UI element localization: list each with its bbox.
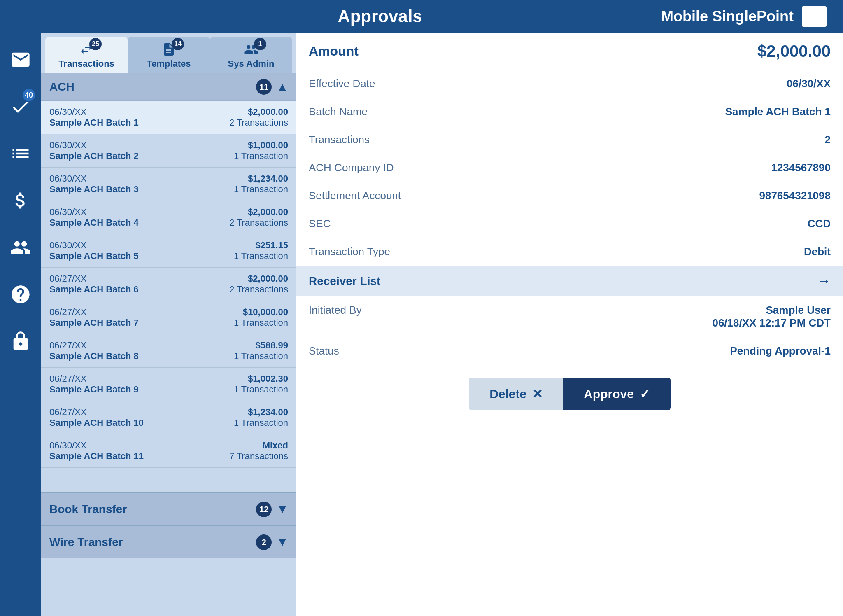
list-item[interactable]: 06/30/XX Sample ACH Batch 11 Mixed 7 Tra… — [41, 434, 296, 468]
list-item-amount: $1,234.00 — [234, 173, 288, 184]
ach-collapse-btn[interactable]: ▲ — [277, 80, 288, 93]
list-item-amount: $2,000.00 — [229, 207, 288, 217]
list-item[interactable]: 06/27/XX Sample ACH Batch 9 $1,002.30 1 … — [41, 368, 296, 401]
tab-transactions[interactable]: 25 Transactions — [45, 37, 128, 73]
wire-transfer-collapse-btn[interactable]: ▼ — [277, 536, 288, 549]
ach-company-id-value: 1234567890 — [771, 161, 831, 174]
list-item-amount: $1,002.30 — [234, 373, 288, 384]
approve-button[interactable]: Approve ✓ — [563, 378, 671, 410]
list-item-name: Sample ACH Batch 1 — [49, 117, 139, 128]
payments-icon — [10, 190, 31, 211]
list-item-left: 06/30/XX Sample ACH Batch 2 — [49, 140, 139, 161]
detail-amount-row: Amount $2,000.00 — [296, 33, 843, 70]
list-item-right: $2,000.00 2 Transactions — [229, 207, 288, 228]
tab-sysadmin-icon-wrap: 1 — [242, 42, 260, 57]
ach-section-header: ACH 11 ▲ — [41, 73, 296, 101]
approve-icon: ✓ — [640, 387, 650, 401]
book-transfer-section-header[interactable]: Book Transfer 12 ▼ — [41, 492, 296, 525]
list-item-right: $1,000.00 1 Transaction — [234, 140, 288, 161]
list-item[interactable]: 06/27/XX Sample ACH Batch 10 $1,234.00 1… — [41, 401, 296, 434]
list-item-name: Sample ACH Batch 6 — [49, 284, 139, 295]
detail-transactions-row: Transactions 2 — [296, 126, 843, 154]
list-item-amount: $2,000.00 — [229, 273, 288, 284]
wire-transfer-badge: 2 — [256, 534, 272, 550]
list-item-amount: $1,000.00 — [234, 140, 288, 151]
list-item-name: Sample ACH Batch 7 — [49, 317, 139, 328]
detail-sec-row: SEC CCD — [296, 210, 843, 238]
sidebar-item-payments[interactable] — [2, 178, 39, 223]
templates-tab-label: Templates — [147, 58, 191, 69]
list-content: ACH 11 ▲ 06/30/XX Sample ACH Batch 1 $2,… — [41, 73, 296, 616]
list-item[interactable]: 06/30/XX Sample ACH Batch 4 $2,000.00 2 … — [41, 201, 296, 234]
transactions-tab-badge: 25 — [89, 38, 102, 50]
tab-sysadmin[interactable]: 1 Sys Admin — [210, 37, 292, 73]
list-item-date: 06/27/XX — [49, 373, 139, 384]
detail-effective-date-row: Effective Date 06/30/XX — [296, 70, 843, 98]
list-item-transactions: 1 Transaction — [234, 251, 288, 261]
sidebar-item-approvals[interactable]: 40 — [2, 84, 39, 129]
list-item[interactable]: 06/27/XX Sample ACH Batch 6 $2,000.00 2 … — [41, 268, 296, 301]
list-item[interactable]: 06/30/XX Sample ACH Batch 1 $2,000.00 2 … — [41, 101, 296, 134]
sidebar-item-help[interactable] — [2, 272, 39, 317]
list-item-transactions: 2 Transactions — [229, 117, 288, 128]
sidebar-item-lock[interactable] — [2, 319, 39, 364]
list-item-date: 06/30/XX — [49, 140, 139, 151]
list-item-transactions: 2 Transactions — [229, 217, 288, 228]
initiated-by-date: 06/18/XX 12:17 PM CDT — [712, 317, 831, 329]
approve-label: Approve — [584, 387, 634, 401]
list-item-right: $10,000.00 1 Transaction — [234, 307, 288, 328]
action-buttons: Delete ✕ Approve ✓ — [296, 365, 843, 422]
tab-templates-icon-wrap: 14 — [160, 42, 177, 57]
batch-name-value: Sample ACH Batch 1 — [725, 105, 831, 118]
detail-transaction-type-row: Transaction Type Debit — [296, 238, 843, 266]
list-spacer — [41, 468, 296, 492]
initiated-by-user: Sample User — [712, 304, 831, 317]
list-item-left: 06/30/XX Sample ACH Batch 1 — [49, 107, 139, 128]
list-item-date: 06/30/XX — [49, 240, 139, 251]
detail-initiated-by-row: Initiated By Sample User 06/18/XX 12:17 … — [296, 296, 843, 337]
delete-button[interactable]: Delete ✕ — [469, 378, 563, 410]
amount-value: $2,000.00 — [757, 42, 831, 61]
list-item-transactions: 2 Transactions — [229, 284, 288, 295]
wire-transfer-header-right: 2 ▼ — [256, 534, 288, 550]
list-item-transactions: 1 Transaction — [234, 418, 288, 428]
list-item[interactable]: 06/30/XX Sample ACH Batch 5 $251.15 1 Tr… — [41, 234, 296, 268]
sec-label: SEC — [309, 217, 331, 230]
ach-section-title: ACH — [49, 80, 75, 93]
content-area: 25 Transactions 14 Templates — [41, 33, 843, 616]
list-item[interactable]: 06/30/XX Sample ACH Batch 3 $1,234.00 1 … — [41, 168, 296, 201]
ach-company-id-label: ACH Company ID — [309, 161, 394, 174]
book-transfer-title: Book Transfer — [49, 503, 127, 516]
page-title: Approvals — [99, 7, 661, 26]
list-item-date: 06/27/XX — [49, 307, 139, 317]
ach-section-badge: 11 — [256, 79, 272, 95]
list-item-name: Sample ACH Batch 9 — [49, 384, 139, 395]
sec-value: CCD — [808, 217, 831, 230]
main-layout: 40 — [0, 33, 843, 616]
receiver-list-label: Receiver List — [309, 275, 380, 288]
book-transfer-badge: 12 — [256, 502, 272, 517]
approvals-badge: 40 — [22, 88, 36, 102]
tab-templates[interactable]: 14 Templates — [128, 37, 210, 73]
receiver-list-row[interactable]: Receiver List → — [296, 266, 843, 296]
lock-icon — [10, 331, 31, 352]
wire-transfer-section-header[interactable]: Wire Transfer 2 ▼ — [41, 525, 296, 558]
list-panel: 25 Transactions 14 Templates — [41, 33, 296, 616]
detail-status-row: Status Pending Approval-1 — [296, 337, 843, 365]
sidebar-item-transactions[interactable] — [2, 131, 39, 176]
list-item[interactable]: 06/27/XX Sample ACH Batch 8 $588.99 1 Tr… — [41, 334, 296, 368]
batch-name-label: Batch Name — [309, 105, 368, 118]
book-transfer-header-right: 12 ▼ — [256, 502, 288, 517]
effective-date-label: Effective Date — [309, 77, 375, 90]
book-transfer-collapse-btn[interactable]: ▼ — [277, 503, 288, 516]
sidebar-item-users[interactable] — [2, 225, 39, 270]
list-item-amount: $1,234.00 — [234, 407, 288, 418]
list-item[interactable]: 06/27/XX Sample ACH Batch 7 $10,000.00 1… — [41, 301, 296, 334]
list-item-right: $1,002.30 1 Transaction — [234, 373, 288, 395]
mail-icon — [10, 49, 31, 70]
amount-label: Amount — [309, 44, 359, 59]
status-value: Pending Approval-1 — [730, 345, 831, 357]
delete-icon: ✕ — [532, 387, 543, 401]
sidebar-item-mail[interactable] — [2, 37, 39, 82]
list-item[interactable]: 06/30/XX Sample ACH Batch 2 $1,000.00 1 … — [41, 134, 296, 168]
